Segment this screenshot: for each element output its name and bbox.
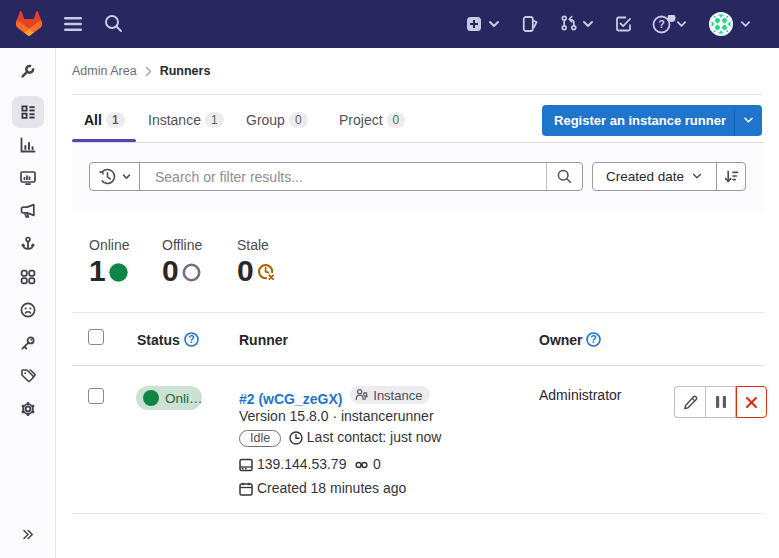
svg-text:?: ? bbox=[188, 333, 194, 345]
svg-text:?: ? bbox=[591, 333, 597, 345]
svg-text:?: ? bbox=[658, 18, 665, 30]
